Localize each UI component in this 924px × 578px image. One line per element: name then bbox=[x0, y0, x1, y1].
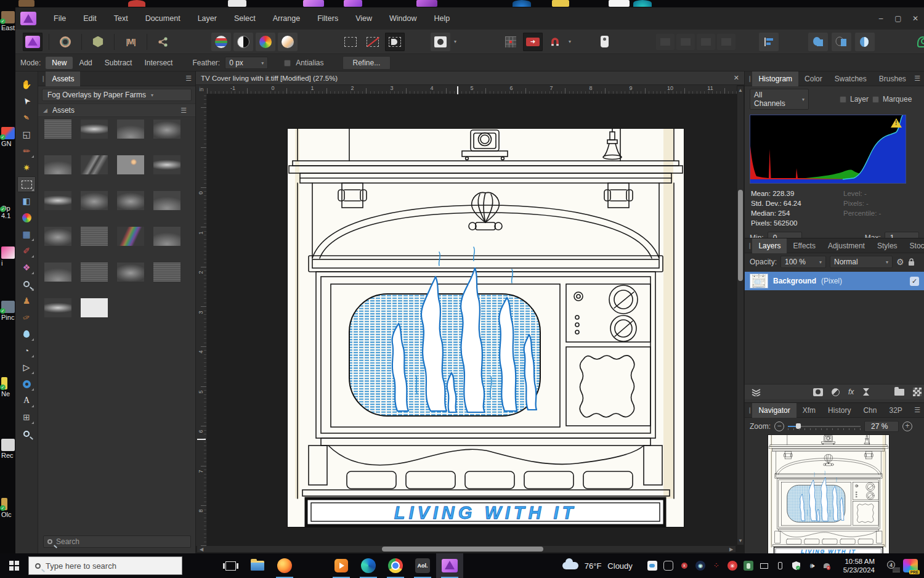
refine-button[interactable]: Refine... bbox=[342, 56, 391, 70]
boolean-subtract-button[interactable] bbox=[832, 33, 851, 51]
section-menu-icon[interactable]: ☰ bbox=[180, 107, 187, 115]
menu-help[interactable]: Help bbox=[426, 7, 459, 30]
menu-view[interactable]: View bbox=[347, 7, 381, 30]
asset-thumbnail[interactable] bbox=[44, 155, 71, 174]
feather-dropdown[interactable]: 0 px ▾ bbox=[225, 57, 268, 69]
blend-options-gear-icon[interactable]: ⚙ bbox=[896, 257, 904, 267]
tab-styles[interactable]: Styles bbox=[871, 238, 904, 253]
text-tool[interactable]: A bbox=[17, 393, 36, 409]
marquee-select-tool[interactable] bbox=[17, 176, 36, 192]
tab-histogram[interactable]: Histogram bbox=[752, 71, 798, 86]
weather-condition[interactable]: Cloudy bbox=[607, 561, 632, 571]
flood-fill-tool[interactable]: ◧ bbox=[17, 193, 36, 209]
gradient-tool[interactable] bbox=[17, 210, 36, 226]
asset-thumbnail[interactable] bbox=[81, 155, 108, 174]
weather-temperature[interactable]: 76°F bbox=[585, 561, 602, 571]
clock[interactable]: 10:58 AM 5/23/2024 bbox=[843, 557, 875, 574]
weather-cloud-icon[interactable] bbox=[562, 562, 578, 569]
asset-thumbnail[interactable] bbox=[117, 120, 144, 139]
zoom-out-button[interactable]: − bbox=[774, 421, 784, 431]
tab-assets[interactable]: Assets bbox=[46, 71, 80, 86]
zoom-in-button[interactable]: + bbox=[902, 421, 912, 431]
asset-thumbnail[interactable] bbox=[153, 120, 180, 139]
tab-effects[interactable]: Effects bbox=[787, 238, 821, 253]
layer-effects-button[interactable]: fx bbox=[848, 388, 854, 396]
blend-mode-dropdown[interactable]: Normal ▾ bbox=[830, 256, 893, 268]
liquify-persona-button[interactable] bbox=[55, 33, 75, 51]
maximize-button[interactable]: ▢ bbox=[890, 10, 907, 26]
mode-intersect-button[interactable]: Intersect bbox=[138, 57, 179, 69]
desktop-icon[interactable]: ✓ Op 4.1 bbox=[1, 205, 15, 219]
group-layers-button[interactable] bbox=[894, 389, 904, 396]
tab-brushes[interactable]: Brushes bbox=[873, 71, 912, 86]
asset-thumbnail[interactable] bbox=[117, 263, 144, 282]
pattern-layer-button[interactable] bbox=[913, 388, 922, 396]
desktop-icon[interactable]: ✓ East bbox=[1, 11, 15, 31]
quick-mask-caret-icon[interactable]: ▾ bbox=[454, 39, 456, 44]
navigator-thumbnail[interactable] bbox=[768, 435, 889, 556]
close-button[interactable]: ✕ bbox=[907, 10, 924, 26]
asset-thumbnail[interactable] bbox=[81, 191, 108, 210]
mesh-warp-tool[interactable]: ⊞ bbox=[17, 409, 36, 425]
scroll-right-icon[interactable]: ▶ bbox=[728, 547, 734, 552]
asset-thumbnail[interactable] bbox=[153, 227, 180, 246]
security-shield-tray-icon[interactable] bbox=[792, 561, 801, 571]
pixel-tool[interactable]: ▦ bbox=[17, 226, 36, 242]
steam-tray-icon[interactable]: ◉ bbox=[695, 561, 705, 571]
auto-colors-button[interactable] bbox=[256, 33, 275, 51]
panel-menu-icon[interactable]: ☰ bbox=[185, 75, 192, 83]
desktop-icon[interactable]: ✓ Pinc bbox=[1, 301, 15, 321]
asset-thumbnail[interactable] bbox=[153, 263, 180, 282]
document-tab[interactable]: TV Cover living with it.tiff [Modified] … bbox=[196, 71, 744, 85]
selection-brush-tool[interactable]: ✏ bbox=[17, 143, 36, 159]
update-tray-icon[interactable]: x bbox=[679, 561, 689, 571]
asset-thumbnail[interactable] bbox=[153, 191, 180, 210]
file-explorer-button[interactable] bbox=[244, 553, 271, 578]
taskbar-search-box[interactable]: Type here to search bbox=[28, 556, 182, 575]
blur-tool[interactable] bbox=[17, 326, 36, 342]
desktop-icon[interactable]: i bbox=[1, 246, 15, 267]
menu-file[interactable]: File bbox=[45, 7, 75, 30]
panel-handle[interactable]: ❙ bbox=[747, 242, 752, 249]
opacity-dropdown[interactable]: 100 % ▾ bbox=[780, 256, 826, 268]
panel-handle[interactable]: ❙ bbox=[41, 75, 46, 82]
menu-filters[interactable]: Filters bbox=[309, 7, 347, 30]
tab-xfm[interactable]: Xfm bbox=[796, 403, 822, 418]
tab-32p[interactable]: 32P bbox=[883, 403, 908, 418]
tab-swatches[interactable]: Swatches bbox=[829, 71, 873, 86]
mode-add-button[interactable]: Add bbox=[73, 57, 98, 69]
asset-search-box[interactable]: Search bbox=[43, 535, 191, 548]
tab-navigator[interactable]: Navigator bbox=[752, 403, 796, 418]
asset-thumbnail[interactable] bbox=[81, 227, 108, 246]
asset-thumbnail[interactable] bbox=[44, 298, 71, 317]
menu-document[interactable]: Document bbox=[137, 7, 189, 30]
adjustment-layer-button[interactable] bbox=[832, 388, 840, 396]
snapping-grid-button[interactable] bbox=[501, 33, 521, 51]
assistant-button[interactable] bbox=[913, 33, 924, 51]
red-dots-tray-icon[interactable]: ⁘ bbox=[711, 561, 721, 571]
asset-thumbnail[interactable] bbox=[153, 155, 180, 174]
snowflake-tray-icon[interactable]: ✳ bbox=[727, 561, 737, 571]
tab-color[interactable]: Color bbox=[798, 71, 829, 86]
snapping-caret-icon[interactable]: ▾ bbox=[569, 39, 571, 44]
layer-visibility-checkbox[interactable]: ✓ bbox=[910, 277, 919, 286]
auto-white-balance-button[interactable] bbox=[278, 33, 298, 51]
tab-stock[interactable]: Stock bbox=[904, 238, 924, 253]
asset-thumbnail[interactable] bbox=[81, 263, 108, 282]
asset-thumbnail[interactable] bbox=[44, 120, 71, 139]
export-persona-button[interactable] bbox=[153, 33, 173, 51]
deselect-button[interactable] bbox=[363, 33, 383, 51]
firefox-button[interactable] bbox=[271, 553, 298, 578]
copilot-preview-button[interactable]: PRE bbox=[903, 559, 918, 572]
develop-persona-button[interactable] bbox=[88, 33, 108, 51]
horizontal-scrollbar[interactable]: ◀ ▶ bbox=[197, 546, 736, 552]
asset-thumbnail[interactable] bbox=[44, 263, 71, 282]
mask-layer-button[interactable] bbox=[813, 388, 823, 396]
alignment-button[interactable] bbox=[759, 33, 779, 51]
panel-menu-icon[interactable]: ☰ bbox=[914, 406, 920, 414]
panel-handle[interactable]: ❙ bbox=[747, 75, 752, 82]
horizontal-scroll-thumb[interactable] bbox=[382, 547, 543, 552]
shape-tool[interactable] bbox=[17, 376, 36, 392]
layer-checkbox[interactable] bbox=[840, 96, 846, 103]
start-button[interactable] bbox=[0, 553, 28, 578]
